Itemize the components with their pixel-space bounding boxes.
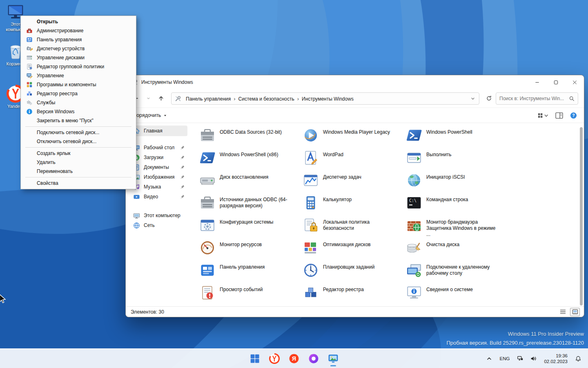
menu-item-10[interactable]: Службы xyxy=(21,98,136,107)
menu-item-6[interactable]: Редактор групповой политики xyxy=(21,62,136,71)
breadcrumb-separator[interactable]: › xyxy=(296,96,300,102)
menu-item-label: Управление xyxy=(37,73,64,79)
control-panel-icon xyxy=(199,262,216,278)
menu-item-4[interactable]: Диспетчер устройств xyxy=(21,44,136,53)
details-view-button[interactable] xyxy=(558,308,568,316)
sidebar-item-1[interactable]: Главная xyxy=(130,126,187,136)
sidebar-item-6[interactable]: Музыка xyxy=(130,182,187,192)
tool-item[interactable]: Инициатор iSCSI xyxy=(406,172,584,195)
tool-item[interactable]: Очистка диска xyxy=(406,240,584,262)
tool-item[interactable]: Выполнить xyxy=(406,150,584,172)
taskbar-button-start[interactable] xyxy=(247,350,263,367)
menu-item-1[interactable]: Открыть xyxy=(21,17,136,26)
tool-item[interactable]: C:\Командная строка xyxy=(406,195,584,217)
menu-item-17[interactable]: Создать ярлык xyxy=(21,149,136,158)
tool-item[interactable]: Windows PowerShell xyxy=(406,127,584,150)
sidebar-item-label: Этот компьютер xyxy=(144,213,180,218)
tool-item[interactable]: WordPad xyxy=(303,150,406,172)
sidebar-gap xyxy=(130,202,187,211)
menu-item-7[interactable]: Управление xyxy=(21,71,136,80)
menu-item-21[interactable]: Свойства xyxy=(21,179,136,188)
help-button[interactable]: ? xyxy=(570,112,577,119)
menu-item-8[interactable]: Программы и компоненты xyxy=(21,80,136,89)
menu-item-label: Управление дисками xyxy=(37,55,85,61)
sidebar-item-4[interactable]: Документы xyxy=(130,162,187,172)
tool-item[interactable]: Источники данных ODBC (64-разрядная верс… xyxy=(199,195,303,217)
tool-item[interactable]: Диспетчер задач xyxy=(303,172,406,195)
menu-item-19[interactable]: Переименовать xyxy=(21,167,136,176)
preview-pane-button[interactable] xyxy=(555,112,563,119)
menu-item-12[interactable]: Закрепить в меню "Пуск" xyxy=(21,116,136,125)
menu-item-9[interactable]: Редактор реестра xyxy=(21,89,136,98)
tool-item[interactable]: Планировщик заданий xyxy=(303,262,406,285)
show-hidden-icons-button[interactable] xyxy=(483,352,495,365)
tool-item[interactable]: Монитор ресурсов xyxy=(199,240,303,262)
view-options-button[interactable] xyxy=(538,112,549,119)
tool-item[interactable]: Локальная политика безопасности xyxy=(303,217,406,240)
minimize-button[interactable] xyxy=(528,75,546,89)
sidebar-item-8[interactable]: Этот компьютер xyxy=(130,211,187,220)
tool-item[interactable]: Windows Media Player Legacy xyxy=(303,127,406,150)
refresh-button[interactable] xyxy=(483,93,494,104)
tool-item[interactable]: Панель управления xyxy=(199,262,303,285)
menu-item-11[interactable]: Версия Windows xyxy=(21,107,136,116)
close-button[interactable] xyxy=(565,75,584,89)
breadcrumb-item[interactable]: Инструменты Windows xyxy=(300,95,355,103)
taskbar-button-screenshot-tool[interactable] xyxy=(325,350,341,367)
search-box[interactable] xyxy=(496,92,578,105)
clock[interactable]: 19:36 02.02.2023 xyxy=(541,353,571,364)
volume-button[interactable] xyxy=(528,352,539,365)
tool-item[interactable]: Конфигурация системы xyxy=(199,217,303,240)
tool-item[interactable]: Подключение к удаленному рабочему столу xyxy=(406,262,584,285)
menu-item-5[interactable]: Управление дисками xyxy=(21,53,136,62)
breadcrumb-item[interactable]: Панель управления xyxy=(184,95,232,103)
notification-center-button[interactable] xyxy=(572,352,584,365)
menu-item-label: Открыть xyxy=(37,19,58,25)
breadcrumb: Панель управления›Система и безопасность… xyxy=(184,95,355,102)
menu-item-18[interactable]: Удалить xyxy=(21,158,136,167)
vertical-scrollbar[interactable] xyxy=(580,127,583,305)
taskbar-center: Я xyxy=(247,350,341,367)
language-indicator[interactable]: ENG xyxy=(497,356,513,361)
sidebar-item-3[interactable]: Загрузки xyxy=(130,153,187,162)
sidebar-item-label: Сеть xyxy=(144,222,155,228)
icons-view-button[interactable] xyxy=(570,308,580,316)
recent-locations-button[interactable] xyxy=(143,93,154,104)
taskbar-button-yandex-start[interactable]: Я xyxy=(286,350,302,367)
address-dropdown-icon[interactable] xyxy=(470,96,476,101)
dropdown-arrow-icon xyxy=(163,114,167,117)
menu-item-label: Диспетчер устройств xyxy=(37,46,85,52)
tool-item[interactable]: Сведения о системе xyxy=(406,285,584,306)
tool-item-label: Диспетчер задач xyxy=(323,174,361,180)
tool-item[interactable]: Windows PowerShell (x86) xyxy=(199,150,303,172)
taskbar-button-yandex-browser[interactable] xyxy=(266,350,283,367)
tool-item-label: Редактор реестра xyxy=(323,287,364,293)
menu-item-15[interactable]: Отключить сетевой диск... xyxy=(21,137,136,146)
tool-item[interactable]: Калькулятор xyxy=(303,195,406,217)
sidebar-item-9[interactable]: Сеть xyxy=(130,220,187,230)
tool-item[interactable]: Диск восстановления xyxy=(199,172,303,195)
registry-small-icon xyxy=(26,90,33,97)
menu-item-14[interactable]: Подключить сетевой диск... xyxy=(21,128,136,137)
up-button[interactable] xyxy=(155,93,167,104)
breadcrumb-separator[interactable]: › xyxy=(232,96,236,102)
menu-item-2[interactable]: Администрирование xyxy=(21,26,136,35)
sidebar-item-7[interactable]: Видео xyxy=(130,192,187,202)
svg-text:Я: Я xyxy=(292,355,296,361)
address-bar[interactable]: Панель управления›Система и безопасность… xyxy=(171,92,479,105)
tool-item[interactable]: Редактор реестра xyxy=(303,285,406,306)
breadcrumb-item[interactable]: Система и безопасность xyxy=(237,95,296,103)
tool-item[interactable]: ODBC Data Sources (32-bit) xyxy=(199,127,303,150)
tool-item[interactable]: Оптимизация дисков xyxy=(303,240,406,262)
sidebar-item-5[interactable]: Изображения xyxy=(130,172,187,182)
tool-item[interactable]: Монитор брандмауэра Защитника Windows в … xyxy=(406,217,584,240)
menu-item-3[interactable]: Панель управления xyxy=(21,35,136,44)
sidebar-item-2[interactable]: Рабочий стол xyxy=(130,143,187,153)
taskbar-button-alice[interactable] xyxy=(305,350,322,367)
event-viewer-icon xyxy=(199,285,216,301)
network-button[interactable] xyxy=(514,352,526,365)
maximize-button[interactable] xyxy=(546,75,565,89)
tool-item[interactable]: Просмотр событий xyxy=(199,285,303,306)
yandex-start-icon: Я xyxy=(289,353,299,364)
search-input[interactable] xyxy=(499,96,567,101)
